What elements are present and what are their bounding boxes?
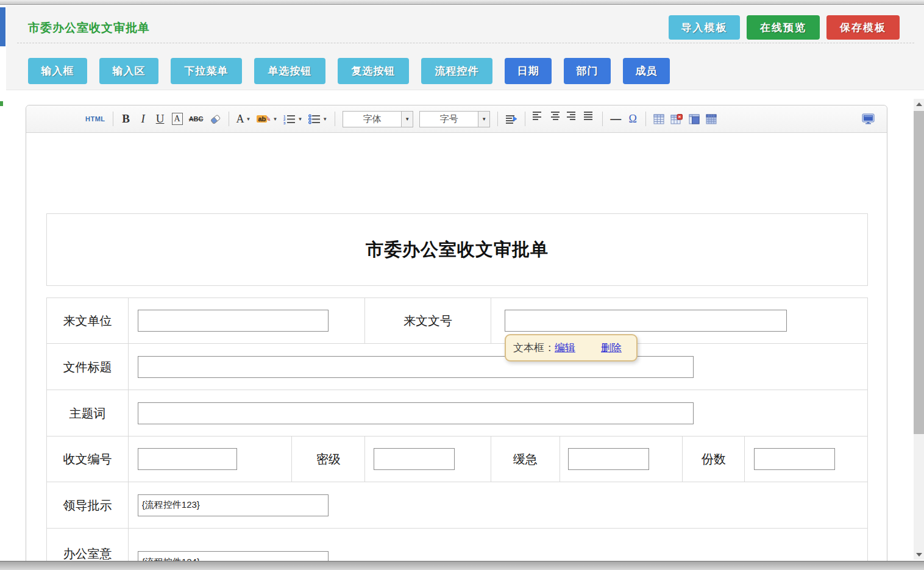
label-subject-words: 主题词 [47,390,129,436]
toolbar-separator [113,112,113,126]
app-header: 市委办公室收文审批单 导入模板 在线预览 保存模板 输入框 输入区 下拉菜单 单… [6,5,924,90]
table-row: 文件标题 [47,344,867,390]
scrollbar-down-arrow-icon[interactable] [914,549,924,560]
vertical-scrollbar[interactable] [914,99,924,560]
dashed-divider [17,43,914,43]
palette-dropdown-button[interactable]: 下拉菜单 [171,58,242,84]
horizontal-rule-icon[interactable]: — [610,110,621,127]
import-template-button[interactable]: 导入模板 [669,15,740,40]
source-unit-input[interactable] [138,310,329,332]
cell-subject-words [129,390,867,436]
form-title-box: 市委办公室收文审批单 [46,213,868,286]
label-security-level: 密级 [292,436,365,482]
fullscreen-icon[interactable] [862,110,875,127]
page: 市委办公室收文审批单 导入模板 在线预览 保存模板 输入框 输入区 下拉菜单 单… [0,0,924,570]
bold-icon[interactable]: B [121,110,132,127]
ordered-list-icon[interactable]: 123 ▼ [283,110,302,127]
toolbar-separator [645,112,646,126]
form-title: 市委办公室收文审批单 [366,238,549,262]
toolbar-separator [229,112,229,126]
cell-copies [745,436,867,482]
underline-icon[interactable]: U [155,110,166,127]
font-size-select[interactable]: 字号 ▼ [419,111,490,127]
tooltip-delete-link[interactable]: 删除 [601,341,622,355]
header-actions: 导入模板 在线预览 保存模板 [669,15,900,40]
char-border-icon[interactable]: A [172,113,183,125]
label-copies: 份数 [683,436,745,482]
align-justify-icon[interactable] [584,110,595,127]
window-bottom-edge [0,561,924,570]
form-table: 来文单位 来文文号 文件标题 [46,297,868,570]
document-number-input[interactable] [505,310,787,332]
table-row: 主题词 [47,390,867,436]
insert-table-icon[interactable] [653,110,664,127]
page-title: 市委办公室收文审批单 [28,20,150,36]
italic-icon[interactable]: I [138,110,149,127]
cell-document-title [129,344,867,390]
background-window-dot [0,101,3,106]
label-urgency: 缓急 [491,436,560,482]
toolbar-separator [497,112,498,126]
table-row: 收文编号 密级 缓急 份数 [47,436,867,482]
editor-panel: HTML B I U A ABC A▼ ab✎▼ 123 ▼ ▼ 字体 [26,105,887,570]
highlight-color-icon[interactable]: ab✎▼ [257,110,277,127]
table-properties-icon[interactable] [706,110,717,127]
table-row: 来文单位 来文文号 [47,298,867,344]
editor-toolbar: HTML B I U A ABC A▼ ab✎▼ 123 ▼ ▼ 字体 [26,105,887,133]
cell-security-level [365,436,491,482]
align-center-icon[interactable] [550,110,561,127]
palette-date-button[interactable]: 日期 [505,58,552,84]
unordered-list-icon[interactable]: ▼ [308,110,327,127]
background-window-strip [0,7,5,46]
tooltip-edit-link[interactable]: 编辑 [555,341,575,355]
palette-textarea-button[interactable]: 输入区 [99,58,158,84]
scrollbar-thumb[interactable] [914,111,924,434]
security-level-input[interactable] [374,448,455,470]
palette-radio-button[interactable]: 单选按钮 [254,58,325,84]
svg-text:3: 3 [283,121,286,124]
svg-text:×: × [678,114,681,119]
label-document-number: 来文文号 [365,298,491,343]
label-leader-instructions: 领导批示 [47,482,129,528]
toolbar-separator [335,112,335,126]
subject-words-input[interactable] [138,402,694,424]
control-edit-tooltip: 文本框： 编辑 删除 [505,334,638,362]
label-receipt-number: 收文编号 [47,436,129,482]
special-character-icon[interactable]: Ω [627,110,638,127]
save-template-button[interactable]: 保存模板 [826,15,900,40]
label-source-unit: 来文单位 [47,298,129,343]
urgency-input[interactable] [568,448,649,470]
copies-input[interactable] [754,448,835,470]
palette-member-button[interactable]: 成员 [623,58,670,84]
chevron-down-icon[interactable]: ▼ [478,112,489,127]
palette-flow-control-button[interactable]: 流程控件 [421,58,492,84]
toolbar-separator [602,112,603,126]
remove-format-eraser-icon[interactable] [210,110,221,127]
align-right-icon[interactable] [567,110,578,127]
align-left-icon[interactable] [533,110,544,127]
editor-canvas[interactable]: 市委办公室收文审批单 来文单位 来文文号 文件标题 [26,133,887,570]
palette-checkbox-button[interactable]: 复选按钮 [338,58,409,84]
label-document-title: 文件标题 [47,344,129,390]
delete-table-icon[interactable]: × [670,110,683,127]
cell-properties-icon[interactable] [689,110,700,127]
font-color-icon[interactable]: A▼ [236,110,251,127]
scrollbar-up-arrow-icon[interactable] [914,99,924,109]
strikethrough-icon[interactable]: ABC [189,110,204,127]
palette-input-box-button[interactable]: 输入框 [28,58,87,84]
indent-icon[interactable] [505,110,517,127]
receipt-number-input[interactable] [138,448,237,470]
cell-source-unit [129,298,365,343]
palette-department-button[interactable]: 部门 [564,58,611,84]
online-preview-button[interactable]: 在线预览 [747,15,820,40]
leader-instructions-input[interactable] [138,494,329,516]
cell-leader-instructions [129,482,867,528]
cell-urgency [560,436,683,482]
html-source-icon[interactable]: HTML [85,110,105,127]
font-family-select[interactable]: 字体 ▼ [343,111,413,127]
window-top-edge [0,0,924,5]
toolbar-separator [525,112,525,126]
chevron-down-icon[interactable]: ▼ [401,112,413,127]
control-palette: 输入框 输入区 下拉菜单 单选按钮 复选按钮 流程控件 日期 部门 成员 [28,58,670,84]
tooltip-label: 文本框： [513,341,555,355]
